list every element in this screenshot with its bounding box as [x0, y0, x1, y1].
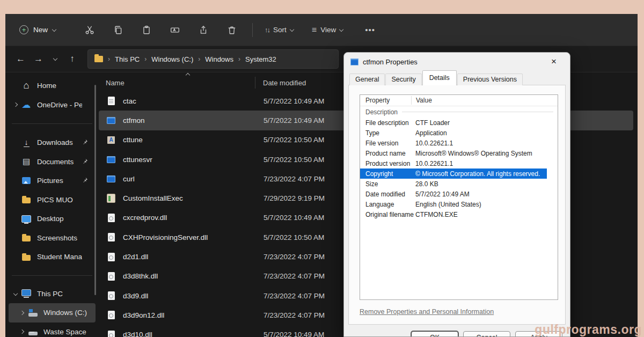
property-row[interactable]: Product version 10.0.22621.1	[360, 158, 558, 169]
property-value: CTFMON.EXE	[415, 211, 558, 218]
breadcrumb-item[interactable]: › Windows	[193, 55, 233, 63]
expand-chevron-icon[interactable]	[13, 102, 18, 107]
expand-chevron-icon[interactable]	[20, 329, 24, 334]
copy-button[interactable]	[104, 25, 132, 35]
dialog-tab[interactable]: General	[349, 74, 385, 85]
property-row[interactable]: Original filename CTFMON.EXE	[360, 209, 558, 219]
file-name: curl	[123, 175, 256, 183]
sidebar-item[interactable]: Home	[9, 76, 96, 96]
sidebar-item[interactable]: Waste Space (I	[9, 323, 96, 337]
sidebar-item[interactable]: OneDrive - Perso	[9, 96, 96, 115]
property-row[interactable]: Size 28.0 KB	[360, 179, 558, 189]
expand-chevron-icon[interactable]	[20, 311, 24, 315]
forward-button[interactable]: →	[30, 54, 47, 64]
sidebar-item[interactable]: Downloads	[9, 133, 96, 152]
property-row[interactable]: Product name Microsoft® Windows® Operati…	[360, 148, 558, 158]
sidebar-item[interactable]: Student Manage	[9, 247, 96, 267]
expand-chevron-icon[interactable]	[13, 291, 18, 296]
sidebar-item-icon	[27, 327, 38, 336]
close-button[interactable]: ×	[544, 53, 564, 71]
view-button-label: View	[320, 26, 336, 34]
file-type-icon	[106, 272, 116, 281]
paste-button[interactable]	[132, 25, 160, 35]
chevron-right-separator: ›	[140, 55, 151, 63]
sidebar-item[interactable]: Pictures	[9, 171, 96, 191]
property-name: Product version	[365, 160, 415, 167]
breadcrumb[interactable]: › This PC › Windows (C:) › Windows › Sys…	[87, 49, 339, 69]
sidebar-item-icon	[21, 195, 32, 204]
delete-button[interactable]	[217, 25, 246, 35]
property-value: 28.0 KB	[415, 180, 558, 188]
file-type-icon	[106, 232, 116, 242]
dialog-button[interactable]: OK	[411, 331, 458, 337]
back-button[interactable]: ←	[12, 54, 30, 64]
file-name: ctac	[123, 97, 256, 105]
sidebar-item-label: PICS MUO	[37, 196, 82, 204]
sort-button[interactable]: ↑↓ Sort	[259, 21, 299, 38]
dialog-button-label: OK	[430, 334, 440, 337]
property-name: Type	[365, 129, 415, 137]
name-column-header[interactable]: Name	[106, 79, 255, 87]
sidebar-item-label: OneDrive - Perso	[37, 101, 82, 109]
property-row[interactable]: Date modified 5/7/2022 10:49 AM	[360, 189, 558, 199]
property-row[interactable]: File description CTF Loader	[360, 118, 558, 128]
cut-button[interactable]	[75, 25, 104, 35]
rename-button[interactable]	[160, 25, 189, 35]
file-type-icon	[106, 291, 116, 301]
property-row[interactable]: Language English (United States)	[360, 199, 558, 209]
pin-icon	[82, 177, 88, 185]
recent-locations-button[interactable]	[47, 58, 63, 60]
breadcrumb-item-label: System32	[245, 55, 276, 63]
more-options-button[interactable]: •••	[356, 25, 384, 34]
dialog-title-bar: ctfmon Properties ×	[344, 53, 570, 71]
sidebar-item[interactable]: Screenshots	[9, 229, 96, 248]
property-row[interactable]: Type Application	[360, 128, 558, 138]
watermark: gulfprograms.org	[535, 323, 642, 337]
dialog-tab[interactable]: Details	[422, 70, 457, 85]
sidebar-item-icon	[21, 233, 32, 243]
property-row[interactable]: Copyright © Microsoft Corporation. All r…	[360, 169, 547, 179]
date-modified-column-header[interactable]: Date modified	[255, 77, 306, 89]
sidebar-scrollbar[interactable]	[94, 85, 96, 295]
paste-icon	[142, 25, 151, 35]
dialog-tab[interactable]: Previous Versions	[457, 74, 523, 85]
file-type-icon	[106, 213, 116, 223]
property-column-header[interactable]: Property	[360, 97, 411, 104]
dialog-button[interactable]: Cancel	[463, 331, 510, 337]
sidebar-item[interactable]: Windows (C:)	[9, 303, 96, 323]
chevron-down-icon	[52, 27, 56, 31]
up-button[interactable]: ↑	[63, 54, 81, 64]
folder-icon	[94, 56, 103, 62]
sidebar-separator	[12, 123, 92, 124]
breadcrumb-item[interactable]: › This PC	[103, 55, 140, 63]
file-name: d3d10.dll	[123, 331, 256, 337]
remove-properties-link[interactable]: Remove Properties and Personal Informati…	[360, 308, 494, 316]
property-value: © Microsoft Corporation. All rights rese…	[415, 170, 547, 178]
sidebar-item[interactable]: PICS MUO	[9, 191, 96, 210]
properties-list[interactable]: Property Value Description File descript…	[360, 94, 558, 300]
sidebar-item[interactable]: Documents	[9, 152, 96, 172]
pin-icon	[82, 138, 88, 146]
property-name: Size	[365, 180, 415, 188]
breadcrumb-item[interactable]: › Windows (C:)	[140, 55, 193, 63]
sidebar-item-icon	[21, 81, 32, 91]
file-type-icon	[106, 135, 116, 145]
more-icon: •••	[365, 25, 375, 34]
sidebar-item[interactable]: Desktop	[9, 209, 96, 229]
value-column-header[interactable]: Value	[411, 96, 558, 105]
file-date-modified: 5/7/2022 10:50 AM	[256, 233, 324, 241]
property-name: Original filename	[365, 211, 415, 218]
dialog-tab[interactable]: Security	[385, 74, 421, 85]
view-button[interactable]: ≡ View	[306, 21, 348, 39]
copy-icon	[113, 25, 123, 35]
breadcrumb-item[interactable]: › System32	[233, 55, 276, 63]
file-date-modified: 7/23/2022 4:07 PM	[256, 175, 325, 183]
share-button[interactable]	[189, 25, 217, 35]
new-button[interactable]: + New	[14, 21, 61, 39]
property-row[interactable]: File version 10.0.22621.1	[360, 138, 558, 148]
chevron-down-icon	[290, 27, 294, 31]
sidebar-item-label: Screenshots	[37, 234, 82, 242]
sidebar-item-icon	[21, 157, 32, 166]
sidebar-item-icon	[21, 176, 32, 186]
sidebar-item[interactable]: This PC	[9, 284, 96, 304]
